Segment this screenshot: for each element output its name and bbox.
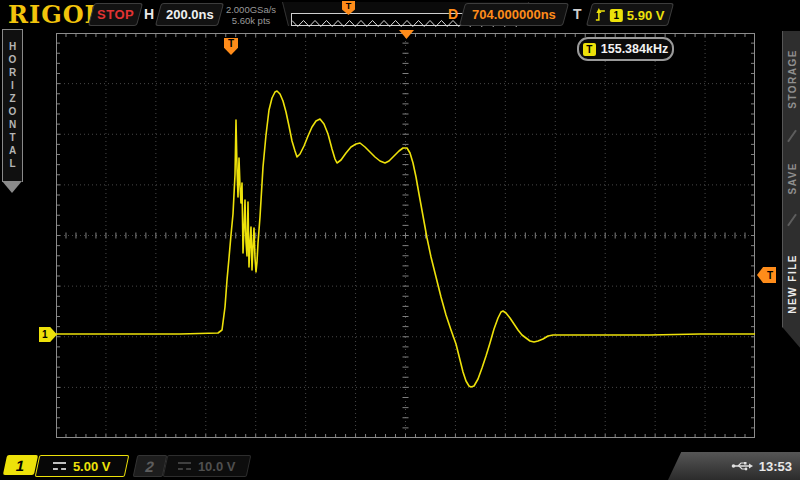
trigger-source-chip: 1 bbox=[610, 8, 623, 21]
frequency-counter-badge: T 155.384kHz bbox=[577, 37, 674, 61]
status-bar: 1 5.00 V 2 10.0 V 13:53 bbox=[0, 452, 800, 480]
channel2-badge[interactable]: 2 bbox=[133, 455, 168, 477]
menu-item-storage[interactable]: STORAGE bbox=[787, 31, 798, 127]
trigger-level-marker[interactable]: T bbox=[757, 267, 776, 283]
channel1-badge[interactable]: 1 bbox=[3, 455, 38, 475]
trigger-level-value: 5.90 V bbox=[627, 7, 665, 22]
waveform-display bbox=[56, 33, 755, 438]
menu-separator bbox=[787, 214, 797, 227]
channel1-ground-marker[interactable]: 1 bbox=[39, 327, 57, 342]
channel2-scale: 10.0 V bbox=[198, 459, 236, 474]
rising-edge-icon bbox=[595, 7, 606, 23]
delay-label: D bbox=[448, 6, 458, 22]
horizontal-label: H bbox=[144, 6, 154, 22]
oscilloscope-screen: RIGOL STOP H 200.0ns 2.000GSa/s 5.60k pt… bbox=[0, 0, 800, 480]
run-state-indicator[interactable]: STOP bbox=[88, 3, 143, 26]
delay-box[interactable]: 704.000000ns bbox=[459, 3, 569, 26]
run-state-label: STOP bbox=[97, 7, 134, 22]
channel2-status-box[interactable]: 10.0 V bbox=[163, 455, 252, 477]
footer-right-panel: 13:53 bbox=[668, 452, 800, 480]
counter-trigger-icon: T bbox=[583, 43, 596, 56]
trigger-label: T bbox=[573, 6, 582, 22]
trigger-status-box[interactable]: 1 5.90 V bbox=[586, 3, 674, 26]
horizontal-tab-label: HORIZONTAL bbox=[7, 41, 18, 171]
channel1-scale: 5.00 V bbox=[73, 459, 111, 474]
timebase-value: 200.0ns bbox=[166, 7, 214, 22]
dc-coupling-icon bbox=[53, 462, 66, 470]
menu-separator bbox=[787, 130, 797, 143]
horizontal-menu-tab[interactable]: HORIZONTAL bbox=[2, 29, 23, 182]
acquisition-info: 2.000GSa/s 5.60k pts bbox=[221, 4, 281, 27]
waveform-trace bbox=[56, 91, 755, 387]
menu-item-new-file[interactable]: NEW FILE bbox=[787, 229, 798, 339]
channel1-status-box[interactable]: 5.00 V bbox=[35, 455, 130, 477]
usb-icon bbox=[731, 460, 753, 472]
timebase-box[interactable]: 200.0ns bbox=[155, 3, 224, 26]
side-menu: STORAGE SAVE NEW FILE bbox=[782, 31, 800, 349]
frequency-counter-value: 155.384kHz bbox=[601, 42, 668, 56]
delay-value: 704.000000ns bbox=[472, 7, 556, 22]
dc-coupling-icon bbox=[178, 462, 191, 470]
menu-item-save[interactable]: SAVE bbox=[787, 145, 798, 211]
clock: 13:53 bbox=[759, 459, 792, 474]
horizontal-tab-pointer bbox=[2, 181, 22, 193]
sample-rate: 2.000GSa/s bbox=[221, 4, 281, 15]
memory-depth: 5.60k pts bbox=[221, 15, 281, 26]
